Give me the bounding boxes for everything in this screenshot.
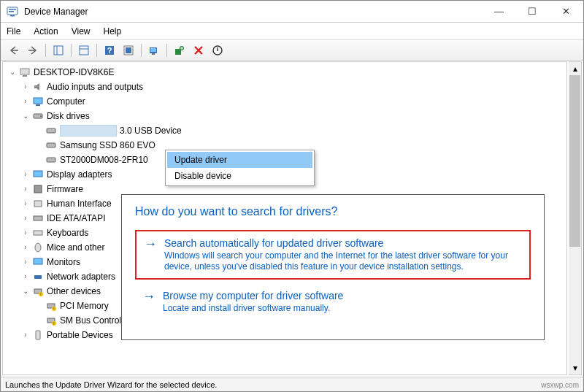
mouse-icon: [32, 242, 44, 253]
disable-device-button[interactable]: [209, 42, 226, 58]
menu-action[interactable]: Action: [34, 26, 58, 36]
vertical-scrollbar[interactable]: ▴ ▾: [569, 61, 582, 375]
svg-text:!: !: [53, 321, 54, 326]
tree-item-label: Samsung SSD 860 EVO: [60, 138, 155, 153]
arrow-right-icon: →: [142, 290, 155, 314]
svg-rect-14: [152, 53, 155, 55]
warning-icon: !: [32, 285, 44, 297]
scroll-thumb[interactable]: [569, 75, 580, 247]
menu-file[interactable]: File: [7, 26, 20, 36]
scroll-up-button[interactable]: ▴: [569, 62, 581, 75]
maximize-button[interactable]: ☐: [515, 1, 548, 22]
tree-item-label: Portable Devices: [47, 328, 113, 342]
status-bar: Launches the Update Driver Wizard for th…: [1, 377, 583, 391]
network-icon: [32, 271, 44, 283]
tree-item-computer[interactable]: › Computer: [7, 94, 566, 109]
collapse-icon[interactable]: ⌄: [20, 284, 31, 299]
computer-icon: [19, 66, 31, 78]
title-bar: Device Manager — ☐ ✕: [1, 1, 583, 23]
hid-icon: [32, 198, 44, 210]
tree-item-usb-device[interactable]: ████████ 3.0 USB Device: [7, 123, 566, 138]
expand-icon[interactable]: ›: [20, 196, 31, 211]
svg-rect-33: [34, 258, 42, 264]
warning-icon: !: [45, 315, 57, 326]
toolbar-separator: [141, 44, 142, 57]
svg-rect-27: [34, 171, 42, 177]
app-icon: [7, 6, 18, 18]
option-browse-computer[interactable]: → Browse my computer for driver software…: [135, 284, 531, 320]
tree-item-label: Mice and other: [47, 240, 104, 255]
menu-view[interactable]: View: [72, 26, 91, 36]
expand-icon[interactable]: ›: [20, 167, 31, 182]
warning-icon: !: [45, 300, 57, 312]
firmware-icon: [32, 183, 44, 195]
uninstall-device-button[interactable]: [190, 42, 207, 58]
tree-item-label: Computer: [47, 94, 85, 109]
option-desc: Windows will search your computer and th…: [164, 250, 522, 272]
tree-item-label: Monitors: [47, 255, 80, 269]
svg-rect-26: [47, 158, 55, 162]
tree-item-label: SM Bus Controller: [60, 313, 131, 328]
expand-icon[interactable]: ›: [20, 255, 31, 269]
help-button[interactable]: ?: [101, 42, 118, 58]
close-button[interactable]: ✕: [548, 1, 583, 22]
tree-item-audio[interactable]: › Audio inputs and outputs: [7, 80, 566, 94]
ide-icon: [32, 212, 44, 224]
collapse-icon[interactable]: ⌄: [7, 65, 18, 80]
svg-rect-31: [34, 231, 42, 235]
blurred-label: ████████: [60, 125, 117, 137]
svg-rect-15: [175, 49, 181, 55]
svg-text:!: !: [53, 307, 54, 311]
svg-rect-30: [34, 216, 42, 220]
update-driver-button[interactable]: [171, 42, 188, 58]
toolbar-separator: [96, 44, 97, 57]
option-title: Browse my computer for driver software: [163, 290, 343, 301]
dialog-title: How do you want to search for drivers?: [135, 205, 531, 218]
svg-rect-3: [9, 11, 14, 12]
menu-bar: File Action View Help: [1, 23, 583, 40]
expand-icon[interactable]: ›: [20, 182, 31, 196]
svg-rect-29: [34, 201, 42, 207]
computer-icon: [32, 96, 44, 107]
scan-hardware-button[interactable]: [145, 42, 163, 58]
option-search-automatically[interactable]: → Search automatically for updated drive…: [135, 230, 531, 280]
svg-rect-11: [126, 47, 131, 53]
svg-rect-6: [80, 46, 88, 55]
tree-root[interactable]: ⌄ DESKTOP-IDV8K6E: [7, 65, 566, 80]
expand-icon[interactable]: ›: [20, 226, 31, 240]
expand-icon[interactable]: ›: [20, 94, 31, 109]
expand-icon[interactable]: ›: [20, 80, 31, 94]
tree-item-disk-drives[interactable]: ⌄ Disk drives: [7, 109, 566, 123]
expand-icon[interactable]: ›: [20, 328, 31, 342]
svg-rect-28: [34, 185, 42, 193]
svg-rect-18: [20, 69, 29, 74]
svg-point-23: [40, 115, 42, 117]
keyboard-icon: [32, 227, 44, 239]
properties-button[interactable]: [75, 42, 93, 58]
tree-item-label: Firmware: [47, 182, 83, 196]
ctx-disable-device[interactable]: Disable device: [167, 168, 312, 184]
show-hide-tree-button[interactable]: [50, 42, 67, 58]
svg-rect-21: [36, 104, 40, 106]
action-button[interactable]: [120, 42, 137, 58]
collapse-icon[interactable]: ⌄: [20, 109, 31, 123]
back-button[interactable]: [5, 42, 23, 58]
forward-button[interactable]: [24, 42, 42, 58]
menu-help[interactable]: Help: [104, 26, 122, 36]
minimize-button[interactable]: —: [483, 1, 515, 22]
tree-item-label: PCI Memory: [60, 299, 109, 313]
svg-text:?: ?: [107, 46, 112, 55]
speaker-icon: [32, 81, 44, 93]
ctx-update-driver[interactable]: Update driver: [167, 152, 312, 168]
disk-icon: [45, 139, 57, 151]
status-text: Launches the Update Driver Wizard for th…: [5, 380, 217, 389]
svg-rect-44: [36, 331, 40, 339]
expand-icon[interactable]: ›: [20, 269, 31, 284]
tree-item-label: Other devices: [47, 284, 101, 299]
scroll-down-button[interactable]: ▾: [569, 361, 581, 374]
scroll-track[interactable]: [569, 75, 581, 361]
expand-icon[interactable]: ›: [20, 240, 31, 255]
svg-point-32: [35, 243, 41, 252]
expand-icon[interactable]: ›: [20, 211, 31, 226]
tree-item-label: Audio inputs and outputs: [47, 80, 143, 94]
